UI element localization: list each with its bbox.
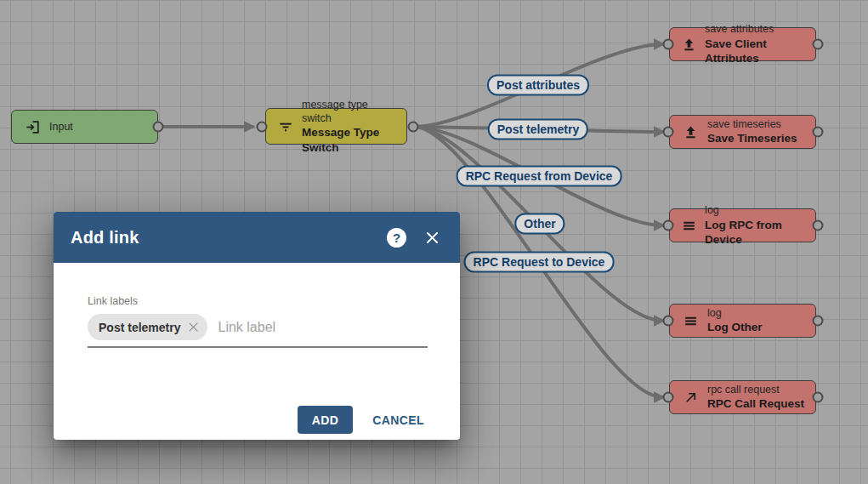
node-log-rpc-from-device[interactable]: log Log RPC from Device <box>669 208 816 242</box>
filter-list-icon <box>277 118 294 135</box>
list-icon <box>681 218 697 234</box>
chip-remove-button[interactable] <box>187 321 200 333</box>
node-type: message type switch <box>302 98 398 126</box>
cancel-button[interactable]: CANCEL <box>371 408 426 432</box>
node-type: save timeseries <box>707 117 797 131</box>
node-log-other[interactable]: log Log Other <box>669 304 816 338</box>
port-input-out[interactable] <box>153 122 164 133</box>
port-switch-in[interactable] <box>257 122 268 133</box>
port-log-rpc-in[interactable] <box>663 220 674 231</box>
link-label-post-attributes[interactable]: Post attributes <box>487 75 589 96</box>
post-telemetry-chip[interactable]: Post telemetry <box>88 314 207 340</box>
port-log-other-in[interactable] <box>663 316 674 327</box>
port-save-attributes-in[interactable] <box>663 39 674 50</box>
link-label-post-telemetry[interactable]: Post telemetry <box>488 119 588 140</box>
help-button[interactable]: ? <box>387 228 406 248</box>
node-title: Log Other <box>707 320 763 335</box>
node-type: log <box>705 203 807 217</box>
dialog-title: Add link <box>71 228 139 248</box>
list-icon <box>681 313 700 329</box>
upload-icon <box>681 124 700 140</box>
node-type: save attributes <box>705 22 807 36</box>
rule-chain-canvas[interactable]: Input message type switch Message Type S… <box>0 0 868 484</box>
node-save-client-attributes[interactable]: save attributes Save Client Attributes <box>669 27 816 61</box>
dialog-header: Add link ? <box>54 212 460 263</box>
close-icon <box>424 230 440 246</box>
input-underline <box>88 346 428 348</box>
question-mark-icon: ? <box>393 231 400 245</box>
node-title: RPC Call Request <box>707 396 804 412</box>
node-title: Log RPC from Device <box>705 218 807 248</box>
node-rpc-call-request[interactable]: rpc call request RPC Call Request <box>669 380 816 414</box>
node-input[interactable]: Input <box>11 110 158 144</box>
node-title: Message Type Switch <box>302 125 398 155</box>
link-label-input[interactable] <box>218 320 428 335</box>
node-title: Save Client Attributes <box>705 37 807 66</box>
chip-label: Post telemetry <box>99 321 180 334</box>
node-save-timeseries[interactable]: save timeseries Save Timeseries <box>669 115 816 149</box>
link-labels-input-area[interactable]: Post telemetry <box>88 314 428 340</box>
port-save-attributes-out[interactable] <box>813 39 824 50</box>
port-log-other-out[interactable] <box>813 316 824 327</box>
dialog-body: Link labels Post telemetry <box>54 263 460 348</box>
port-switch-out[interactable] <box>408 122 419 133</box>
port-log-rpc-out[interactable] <box>813 220 824 231</box>
link-label-rpc-request-from-device[interactable]: RPC Request from Device <box>457 166 622 187</box>
link-label-rpc-request-to-device[interactable]: RPC Request to Device <box>464 252 615 273</box>
close-icon <box>187 321 200 333</box>
port-rpc-call-in[interactable] <box>663 392 674 403</box>
port-save-timeseries-out[interactable] <box>813 127 824 138</box>
close-button[interactable] <box>424 230 440 246</box>
port-save-timeseries-in[interactable] <box>663 127 674 138</box>
add-link-dialog: Add link ? Link labels Post telemetry <box>54 212 460 440</box>
dialog-footer: ADD CANCEL <box>298 406 426 434</box>
node-title: Save Timeseries <box>707 131 797 146</box>
login-icon <box>23 119 42 135</box>
add-button[interactable]: ADD <box>298 406 354 434</box>
node-type: log <box>707 306 763 320</box>
node-message-type-switch[interactable]: message type switch Message Type Switch <box>265 108 407 145</box>
link-labels-field-label: Link labels <box>88 295 428 307</box>
port-rpc-call-out[interactable] <box>813 392 824 403</box>
upload-icon <box>681 37 697 53</box>
node-type: rpc call request <box>707 383 804 396</box>
call-made-icon <box>681 390 700 406</box>
node-label: Input <box>49 120 73 134</box>
link-label-other[interactable]: Other <box>514 214 564 235</box>
